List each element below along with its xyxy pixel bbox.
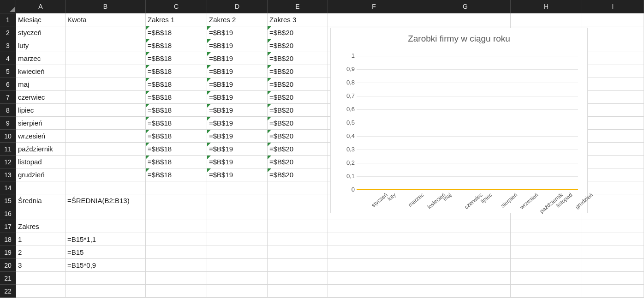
cell-I22[interactable] [582, 285, 644, 298]
cell-F21[interactable] [328, 272, 420, 285]
cell-D12[interactable]: =$B$19 [207, 156, 268, 168]
cell-B6[interactable] [66, 78, 146, 91]
row-header-10[interactable]: 10 [0, 130, 16, 143]
cell-C4[interactable]: =$B$18 [146, 52, 207, 65]
cell-E6[interactable]: =$B$20 [268, 78, 328, 91]
cell-I9[interactable] [582, 117, 644, 130]
cell-I14[interactable] [582, 181, 644, 194]
column-header-F[interactable]: F [328, 0, 420, 13]
cell-E4[interactable]: =$B$20 [268, 52, 328, 65]
column-header-I[interactable]: I [582, 0, 644, 13]
cell-D15[interactable] [207, 194, 268, 207]
cell-F20[interactable] [328, 259, 420, 272]
row-header-20[interactable]: 20 [0, 259, 16, 272]
cell-E18[interactable] [268, 233, 328, 246]
cell-C18[interactable] [146, 233, 207, 246]
cell-B22[interactable] [66, 285, 146, 298]
cell-I17[interactable] [582, 220, 644, 233]
cell-C16[interactable] [146, 207, 207, 220]
cell-B20[interactable]: =B15*0,9 [66, 259, 146, 272]
select-all-triangle[interactable] [0, 0, 16, 13]
cell-B14[interactable] [66, 181, 146, 194]
row-header-6[interactable]: 6 [0, 78, 16, 91]
cell-D10[interactable]: =$B$19 [207, 130, 268, 143]
cell-G19[interactable] [420, 246, 511, 259]
cell-H21[interactable] [511, 272, 582, 285]
cell-B15[interactable]: =ŚREDNIA(B2:B13) [66, 194, 146, 207]
cell-C7[interactable]: =$B$18 [146, 91, 207, 104]
cell-F18[interactable] [328, 233, 420, 246]
cell-H19[interactable] [511, 246, 582, 259]
cell-B12[interactable] [66, 156, 146, 168]
cell-E19[interactable] [268, 246, 328, 259]
cell-C8[interactable]: =$B$18 [146, 104, 207, 117]
cell-E15[interactable] [268, 194, 328, 207]
cell-A5[interactable]: kwiecień [16, 65, 66, 78]
column-header-C[interactable]: C [146, 0, 207, 13]
cell-A2[interactable]: styczeń [16, 26, 66, 39]
column-header-D[interactable]: D [207, 0, 268, 13]
cell-I5[interactable] [582, 65, 644, 78]
cell-I18[interactable] [582, 233, 644, 246]
cell-D20[interactable] [207, 259, 268, 272]
cell-G22[interactable] [420, 285, 511, 298]
cell-G21[interactable] [420, 272, 511, 285]
cell-D17[interactable] [207, 220, 268, 233]
cell-E3[interactable]: =$B$20 [268, 39, 328, 52]
cell-I12[interactable] [582, 156, 644, 168]
cell-D1[interactable]: Zakres 2 [207, 13, 268, 26]
cell-G18[interactable] [420, 233, 511, 246]
cell-I13[interactable] [582, 168, 644, 181]
cell-E9[interactable]: =$B$20 [268, 117, 328, 130]
cell-H18[interactable] [511, 233, 582, 246]
cell-E8[interactable]: =$B$20 [268, 104, 328, 117]
cell-C13[interactable]: =$B$18 [146, 168, 207, 181]
cell-B4[interactable] [66, 52, 146, 65]
cell-A4[interactable]: marzec [16, 52, 66, 65]
cell-B1[interactable]: Kwota [66, 13, 146, 26]
cell-H20[interactable] [511, 259, 582, 272]
row-header-12[interactable]: 12 [0, 156, 16, 168]
cell-A18[interactable]: 1 [16, 233, 66, 246]
row-header-21[interactable]: 21 [0, 272, 16, 285]
row-header-16[interactable]: 16 [0, 207, 16, 220]
cell-A20[interactable]: 3 [16, 259, 66, 272]
cell-A17[interactable]: Zakres [16, 220, 66, 233]
cell-E1[interactable]: Zakres 3 [268, 13, 328, 26]
cell-B10[interactable] [66, 130, 146, 143]
cell-I6[interactable] [582, 78, 644, 91]
cell-E10[interactable]: =$B$20 [268, 130, 328, 143]
row-header-9[interactable]: 9 [0, 117, 16, 130]
cell-F19[interactable] [328, 246, 420, 259]
cell-D9[interactable]: =$B$19 [207, 117, 268, 130]
cell-A15[interactable]: Średnia [16, 194, 66, 207]
cell-C15[interactable] [146, 194, 207, 207]
cell-C2[interactable]: =$B$18 [146, 26, 207, 39]
cell-I16[interactable] [582, 207, 644, 220]
cell-D11[interactable]: =$B$19 [207, 143, 268, 156]
cell-I2[interactable] [582, 26, 644, 39]
cell-I8[interactable] [582, 104, 644, 117]
cell-E22[interactable] [268, 285, 328, 298]
cell-C3[interactable]: =$B$18 [146, 39, 207, 52]
cell-B19[interactable]: =B15 [66, 246, 146, 259]
cell-H17[interactable] [511, 220, 582, 233]
cell-C9[interactable]: =$B$18 [146, 117, 207, 130]
column-header-E[interactable]: E [268, 0, 328, 13]
row-header-1[interactable]: 1 [0, 13, 16, 26]
cell-D5[interactable]: =$B$19 [207, 65, 268, 78]
row-header-4[interactable]: 4 [0, 52, 16, 65]
cell-B3[interactable] [66, 39, 146, 52]
cell-B16[interactable] [66, 207, 146, 220]
cell-C10[interactable]: =$B$18 [146, 130, 207, 143]
cell-A12[interactable]: listopad [16, 156, 66, 168]
cell-G20[interactable] [420, 259, 511, 272]
cell-B17[interactable] [66, 220, 146, 233]
cell-A3[interactable]: luty [16, 39, 66, 52]
row-header-3[interactable]: 3 [0, 39, 16, 52]
cell-E13[interactable]: =$B$20 [268, 168, 328, 181]
row-header-2[interactable]: 2 [0, 26, 16, 39]
cell-H22[interactable] [511, 285, 582, 298]
row-header-5[interactable]: 5 [0, 65, 16, 78]
cell-D2[interactable]: =$B$19 [207, 26, 268, 39]
